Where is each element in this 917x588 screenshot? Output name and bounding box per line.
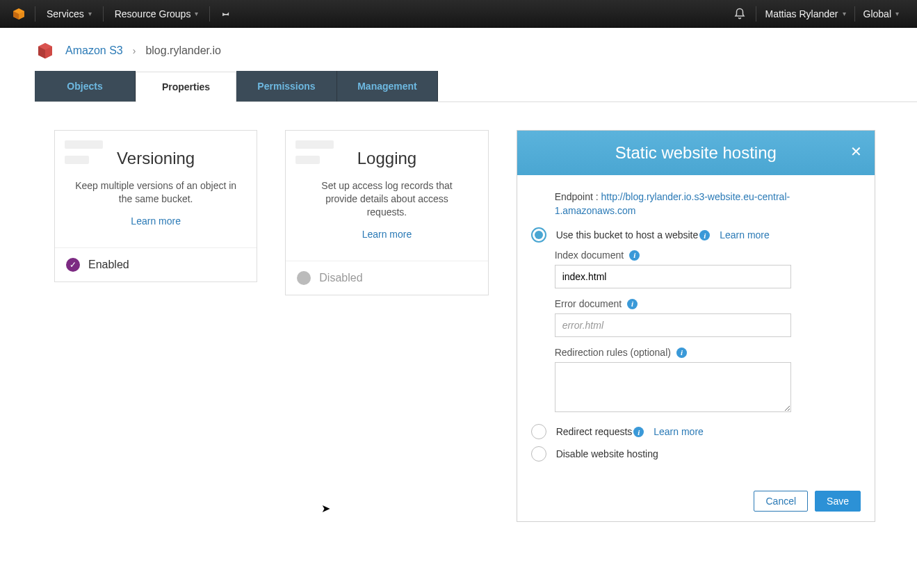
redirection-rules-input[interactable] xyxy=(555,362,791,412)
services-label: Services xyxy=(47,8,84,19)
endpoint-row: Endpoint : http://blog.rylander.io.s3-we… xyxy=(555,190,837,218)
close-icon[interactable]: ✕ xyxy=(850,143,862,160)
caret-down-icon: ▾ xyxy=(895,10,899,17)
tab-permissions[interactable]: Permissions xyxy=(236,71,337,101)
error-document-input[interactable] xyxy=(555,313,791,337)
tab-management[interactable]: Management xyxy=(337,71,438,101)
radio-unchecked-icon[interactable] xyxy=(531,424,546,439)
bell-icon xyxy=(732,6,747,22)
logging-learn-more-link[interactable]: Learn more xyxy=(298,229,475,240)
redirect-learn-more-link[interactable]: Learn more xyxy=(654,426,704,437)
resource-groups-menu[interactable]: Resource Groups ▾ xyxy=(106,0,207,28)
index-document-label: Index document i xyxy=(555,250,837,261)
logging-status: Disabled xyxy=(286,261,487,295)
radio-checked-icon[interactable] xyxy=(531,227,546,243)
resource-groups-label: Resource Groups xyxy=(115,8,191,19)
option-host-website[interactable]: Use this bucket to host a websitei Learn… xyxy=(531,227,837,243)
aws-logo-icon[interactable] xyxy=(10,5,28,23)
card-decoration-icon xyxy=(65,136,113,178)
tab-objects[interactable]: Objects xyxy=(35,71,136,101)
info-icon[interactable]: i xyxy=(676,348,687,358)
user-menu[interactable]: Mattias Rylander ▾ xyxy=(756,0,854,28)
chevron-right-icon: › xyxy=(133,45,136,56)
endpoint-label: Endpoint : xyxy=(555,191,601,202)
tabs: Objects Properties Permissions Managemen… xyxy=(35,71,917,102)
option-redirect-requests[interactable]: Redirect requestsi Learn more xyxy=(531,424,837,439)
versioning-card[interactable]: Versioning Keep multiple versions of an … xyxy=(54,130,257,282)
breadcrumb: Amazon S3 › blog.rylander.io xyxy=(0,28,917,71)
breadcrumb-current: blog.rylander.io xyxy=(145,44,221,57)
host-learn-more-link[interactable]: Learn more xyxy=(720,229,770,240)
logging-desc: Set up access log records that provide d… xyxy=(298,179,475,219)
user-label: Mattias Rylander xyxy=(765,8,838,19)
caret-down-icon: ▾ xyxy=(195,10,198,17)
check-circle-icon: ✓ xyxy=(66,258,80,272)
tab-properties[interactable]: Properties xyxy=(136,72,236,102)
versioning-learn-more-link[interactable]: Learn more xyxy=(67,215,244,227)
logging-status-label: Disabled xyxy=(319,272,362,284)
versioning-status: ✓ Enabled xyxy=(55,247,257,281)
radio-unchecked-icon[interactable] xyxy=(531,446,546,462)
info-icon[interactable]: i xyxy=(699,230,710,240)
pin-icon[interactable] xyxy=(213,0,239,28)
services-menu[interactable]: Services ▾ xyxy=(38,0,100,28)
cancel-button[interactable]: Cancel xyxy=(754,491,808,512)
info-icon[interactable]: i xyxy=(629,250,640,261)
info-icon[interactable]: i xyxy=(627,299,638,309)
caret-down-icon: ▾ xyxy=(88,10,92,17)
versioning-status-label: Enabled xyxy=(88,259,129,271)
redirection-rules-label: Redirection rules (optional) i xyxy=(555,347,837,358)
error-document-label: Error document i xyxy=(555,298,837,309)
region-label: Global xyxy=(863,8,891,19)
notifications-button[interactable] xyxy=(724,0,756,28)
info-icon[interactable]: i xyxy=(633,427,644,437)
topbar: Services ▾ Resource Groups ▾ Mattias Ryl… xyxy=(0,0,917,28)
index-document-input[interactable] xyxy=(555,265,791,288)
panel-title: Static website hosting xyxy=(615,143,777,163)
save-button[interactable]: Save xyxy=(815,491,861,512)
region-menu[interactable]: Global ▾ xyxy=(855,0,907,28)
static-website-hosting-panel: Static website hosting ✕ Endpoint : http… xyxy=(517,130,875,522)
versioning-desc: Keep multiple versions of an object in t… xyxy=(67,179,244,206)
caret-down-icon: ▾ xyxy=(843,10,846,17)
option-host-label: Use this bucket to host a website xyxy=(556,229,699,240)
option-disable-hosting[interactable]: Disable website hosting xyxy=(531,446,837,462)
breadcrumb-root[interactable]: Amazon S3 xyxy=(65,44,123,57)
disabled-circle-icon xyxy=(297,271,311,285)
option-disable-label: Disable website hosting xyxy=(556,448,658,459)
card-decoration-icon xyxy=(295,136,344,178)
option-redirect-label: Redirect requests xyxy=(556,426,633,437)
logging-card[interactable]: Logging Set up access log records that p… xyxy=(285,130,488,295)
bucket-icon xyxy=(35,40,56,61)
